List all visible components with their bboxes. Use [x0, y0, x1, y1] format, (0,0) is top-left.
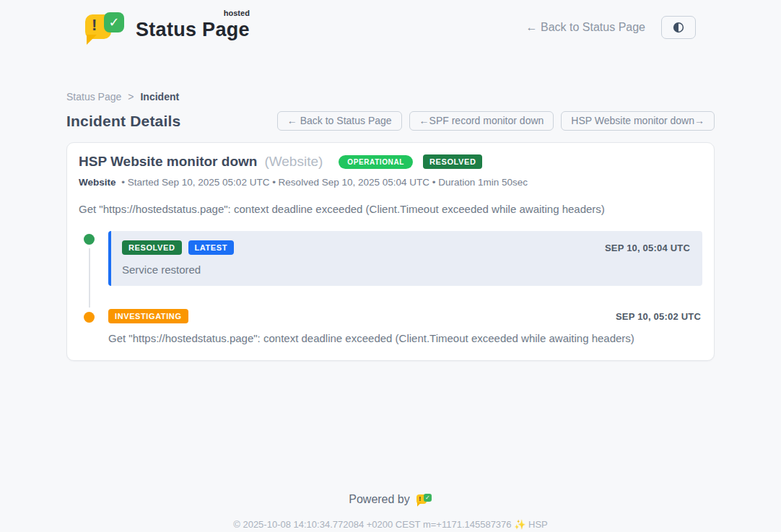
timeline-latest-badge: LATEST — [188, 240, 235, 255]
incident-nav-buttons: ← Back to Status Page ←SPF record monito… — [277, 111, 715, 131]
back-to-status-page-button[interactable]: ← Back to Status Page — [277, 111, 402, 131]
timeline-dot-investigating — [84, 312, 95, 323]
timeline-message: Service restored — [122, 263, 690, 276]
timeline-resolved-badge: RESOLVED — [122, 240, 182, 255]
back-to-status-page-link[interactable]: ← Back to Status Page — [526, 21, 645, 34]
timeline-dot-resolved — [84, 234, 95, 245]
theme-toggle-button[interactable] — [661, 16, 696, 39]
breadcrumb-incident: Incident — [140, 91, 179, 103]
logo-speech-tail — [87, 35, 97, 45]
timeline-timestamp: SEP 10, 05:02 UTC — [616, 311, 701, 322]
operational-badge: OPERATIONAL — [339, 155, 413, 169]
page: ! ✓ Status Page hosted ← Back to Status … — [0, 0, 781, 532]
incident-description: Get "https://hostedstatus.page": context… — [79, 203, 702, 215]
resolved-badge: RESOLVED — [423, 154, 483, 169]
header: ! ✓ Status Page hosted ← Back to Status … — [66, 0, 715, 45]
brand-name: Status Page — [136, 19, 250, 40]
exclamation-icon: ! — [92, 17, 97, 33]
timeline-timestamp: SEP 10, 05:04 UTC — [605, 243, 690, 253]
timeline-message: Get "https://hostedstatus.page": context… — [108, 332, 701, 344]
statuspage-mini-logo-icon[interactable]: ! ✓ — [416, 492, 432, 507]
incident-meta-component: Website — [79, 177, 116, 188]
title-row: Incident Details ← Back to Status Page ←… — [66, 111, 715, 131]
previous-incident-button[interactable]: ←SPF record monitor down — [409, 111, 554, 131]
incident-timeline: RESOLVED LATEST SEP 10, 05:04 UTC Servic… — [79, 231, 702, 344]
half-circle-contrast-icon — [672, 21, 685, 34]
timeline-rail — [79, 231, 108, 286]
incident-title: HSP Website monitor down — [79, 154, 257, 170]
timeline-investigating-badge: INVESTIGATING — [108, 309, 188, 323]
incident-title-row: HSP Website monitor down (Website) OPERA… — [79, 154, 702, 170]
timeline-entry-investigating: INVESTIGATING SEP 10, 05:02 UTC Get "htt… — [79, 309, 702, 344]
timeline-rail — [79, 309, 108, 344]
powered-by: Powered by ! ✓ — [349, 492, 432, 507]
timeline-highlight-box: RESOLVED LATEST SEP 10, 05:04 UTC Servic… — [108, 231, 702, 286]
breadcrumb-status-page[interactable]: Status Page — [66, 91, 121, 103]
breadcrumb-separator: > — [128, 91, 134, 103]
incident-card: HSP Website monitor down (Website) OPERA… — [66, 142, 715, 361]
footer: Powered by ! ✓ © 2025-10-08 14:10:34.772… — [0, 492, 781, 532]
brand-logo[interactable]: ! ✓ Status Page hosted — [85, 10, 250, 45]
next-incident-button[interactable]: HSP Website monitor down→ — [561, 111, 715, 131]
incident-meta-details: • Started Sep 10, 2025 05:02 UTC • Resol… — [121, 177, 528, 188]
page-title: Incident Details — [66, 113, 180, 130]
brand-superscript: hosted — [224, 9, 250, 17]
check-square-icon: ✓ — [104, 12, 124, 32]
copyright-line: © 2025-10-08 14:10:34.772084 +0200 CEST … — [0, 519, 781, 532]
timeline-entry-resolved: RESOLVED LATEST SEP 10, 05:04 UTC Servic… — [79, 231, 702, 286]
header-actions: ← Back to Status Page — [526, 16, 696, 39]
statuspage-logo-icon: ! ✓ — [85, 10, 127, 45]
incident-component: (Website) — [264, 154, 323, 170]
incident-meta: Website • Started Sep 10, 2025 05:02 UTC… — [79, 177, 702, 188]
main-content: Status Page > Incident Incident Details … — [66, 91, 715, 361]
powered-by-label: Powered by — [349, 493, 410, 506]
breadcrumb: Status Page > Incident — [66, 91, 715, 103]
brand-text: Status Page hosted — [136, 10, 250, 41]
